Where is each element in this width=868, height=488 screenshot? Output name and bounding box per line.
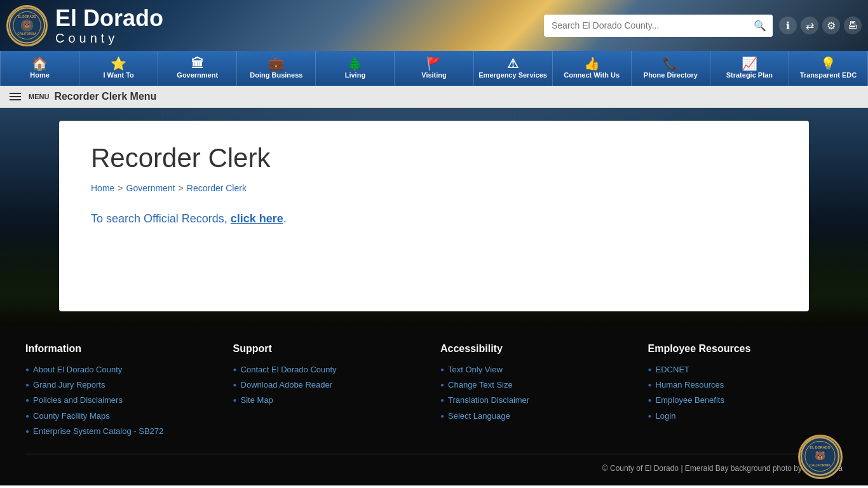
nav-link-transparent-edc[interactable]: 💡 Transparent EDC bbox=[789, 51, 867, 86]
nav-link-emergency-services[interactable]: ⚠ Emergency Services bbox=[474, 51, 552, 86]
nav-label-government: Government bbox=[177, 71, 218, 79]
nav-label-phone-directory: Phone Directory bbox=[644, 71, 698, 79]
footer-link-text-size[interactable]: Change Text Size bbox=[448, 379, 513, 391]
footer-link-adobe-reader[interactable]: Download Adobe Reader bbox=[241, 379, 333, 391]
government-icon: 🏛 bbox=[191, 57, 204, 70]
nav-link-strategic-plan[interactable]: 📈 Strategic Plan bbox=[710, 51, 789, 86]
list-item: Select Language bbox=[440, 410, 635, 422]
nav-link-visiting[interactable]: 🚩 Visiting bbox=[395, 51, 473, 86]
nav-link-doing-business[interactable]: 💼 Doing Business bbox=[237, 51, 315, 86]
content-body: To search Official Records, click here. bbox=[91, 212, 777, 226]
share-icon-btn[interactable]: ⇄ bbox=[801, 17, 818, 34]
nav-item-strategic-plan[interactable]: 📈 Strategic Plan bbox=[710, 51, 789, 86]
nav-link-home[interactable]: 🏠 Home bbox=[1, 51, 79, 86]
footer-link-employee-benefits[interactable]: Employee Benefits bbox=[656, 395, 724, 406]
svg-text:CALIFORNIA: CALIFORNIA bbox=[17, 32, 37, 36]
list-item: Text Only View bbox=[440, 364, 635, 376]
nav-label-transparent-edc: Transparent EDC bbox=[800, 71, 857, 79]
nav-link-i-want-to[interactable]: ⭐ I Want To bbox=[79, 51, 158, 86]
footer-accessibility-title: Accessibility bbox=[440, 343, 635, 355]
nav-item-i-want-to[interactable]: ⭐ I Want To bbox=[79, 51, 158, 86]
footer-support-title: Support bbox=[233, 343, 428, 355]
settings-icon-btn[interactable]: ⚙ bbox=[822, 17, 840, 34]
breadcrumb-home[interactable]: Home bbox=[91, 183, 114, 193]
search-text-prefix: To search Official Records, bbox=[91, 212, 231, 225]
search-records-text: To search Official Records, click here. bbox=[91, 212, 777, 226]
nav-link-phone-directory[interactable]: 📞 Phone Directory bbox=[632, 51, 710, 86]
footer-link-site-map[interactable]: Site Map bbox=[241, 395, 273, 406]
search-text-suffix: . bbox=[283, 212, 287, 225]
nav-item-connect-with-us[interactable]: 👍 Connect With Us bbox=[553, 51, 632, 86]
list-item: Site Map bbox=[233, 395, 428, 406]
footer-information-title: Information bbox=[25, 343, 220, 355]
county-name: El Dorado bbox=[55, 6, 163, 31]
info-icon-btn[interactable]: ℹ bbox=[779, 17, 797, 34]
footer-link-language[interactable]: Select Language bbox=[448, 410, 510, 422]
list-item: Policies and Disclaimers bbox=[25, 395, 220, 406]
menu-title: Recorder Clerk Menu bbox=[54, 91, 156, 102]
phone-icon: 📞 bbox=[663, 57, 679, 70]
logo-area: EL DORADO CALIFORNIA 🐻 El Dorado County bbox=[6, 5, 163, 46]
footer-link-enterprise-catalog[interactable]: Enterprise System Catalog - SB272 bbox=[33, 426, 163, 437]
footer-link-contact[interactable]: Contact El Dorado County bbox=[241, 364, 337, 376]
nav-label-emergency-services: Emergency Services bbox=[478, 71, 547, 79]
nav-link-government[interactable]: 🏛 Government bbox=[158, 51, 236, 86]
nav-link-living[interactable]: 🌲 Living bbox=[316, 51, 394, 86]
footer-grid: Information About El Dorado County Grand… bbox=[25, 343, 843, 441]
nav-item-living[interactable]: 🌲 Living bbox=[316, 51, 395, 86]
search-input[interactable] bbox=[544, 15, 747, 36]
nav-label-visiting: Visiting bbox=[421, 71, 447, 79]
nav-item-emergency-services[interactable]: ⚠ Emergency Services bbox=[474, 51, 553, 86]
breadcrumb-separator-1: > bbox=[118, 183, 123, 193]
nav-label-doing-business: Doing Business bbox=[250, 71, 302, 79]
search-button[interactable]: 🔍 bbox=[747, 15, 773, 37]
svg-text:EL DORADO: EL DORADO bbox=[18, 15, 37, 18]
business-icon: 💼 bbox=[268, 57, 284, 70]
list-item: Human Resources bbox=[648, 379, 843, 391]
nav-item-home[interactable]: 🏠 Home bbox=[0, 51, 79, 86]
footer-link-login[interactable]: Login bbox=[656, 410, 676, 422]
svg-text:EL DORADO: EL DORADO bbox=[810, 446, 830, 450]
nav-item-doing-business[interactable]: 💼 Doing Business bbox=[237, 51, 316, 86]
breadcrumb-government[interactable]: Government bbox=[126, 183, 175, 193]
footer-link-edcnet[interactable]: EDCNET bbox=[656, 364, 689, 376]
nav-label-i-want-to: I Want To bbox=[104, 71, 134, 79]
print-icon-btn[interactable]: 🖶 bbox=[844, 17, 862, 34]
footer-link-human-resources[interactable]: Human Resources bbox=[656, 379, 724, 391]
sub-navigation: MENU Recorder Clerk Menu bbox=[0, 86, 868, 108]
county-sub: County bbox=[55, 31, 163, 45]
click-here-link[interactable]: click here bbox=[231, 212, 283, 225]
footer-section-information: Information About El Dorado County Grand… bbox=[25, 343, 220, 441]
footer-link-facility-maps[interactable]: County Facility Maps bbox=[33, 410, 110, 422]
footer-link-translation[interactable]: Translation Disclaimer bbox=[448, 395, 529, 406]
list-item: Change Text Size bbox=[440, 379, 635, 391]
footer-link-text-only[interactable]: Text Only View bbox=[448, 364, 503, 376]
list-item: Download Adobe Reader bbox=[233, 379, 428, 391]
footer-link-policies[interactable]: Policies and Disclaimers bbox=[33, 395, 123, 406]
nav-label-strategic-plan: Strategic Plan bbox=[726, 71, 773, 79]
list-item: Contact El Dorado County bbox=[233, 364, 428, 376]
nav-item-phone-directory[interactable]: 📞 Phone Directory bbox=[632, 51, 710, 86]
menu-label: MENU bbox=[29, 93, 49, 100]
nav-item-visiting[interactable]: 🚩 Visiting bbox=[395, 51, 473, 86]
nav-label-home: Home bbox=[30, 71, 50, 79]
site-footer: Information About El Dorado County Grand… bbox=[0, 324, 868, 485]
content-card: Recorder Clerk Home > Government > Recor… bbox=[59, 121, 809, 311]
nav-item-transparent-edc[interactable]: 💡 Transparent EDC bbox=[789, 51, 868, 86]
emergency-icon: ⚠ bbox=[507, 57, 519, 70]
connect-icon: 👍 bbox=[584, 57, 600, 70]
footer-link-about[interactable]: About El Dorado County bbox=[33, 364, 122, 376]
site-header: EL DORADO CALIFORNIA 🐻 El Dorado County … bbox=[0, 0, 868, 51]
nav-link-connect-with-us[interactable]: 👍 Connect With Us bbox=[553, 51, 631, 86]
breadcrumb-separator-2: > bbox=[179, 183, 184, 193]
living-icon: 🌲 bbox=[347, 57, 363, 70]
breadcrumb: Home > Government > Recorder Clerk bbox=[91, 183, 777, 193]
nav-item-government[interactable]: 🏛 Government bbox=[158, 51, 237, 86]
list-item: Grand Jury Reports bbox=[25, 379, 220, 391]
hamburger-menu-icon[interactable] bbox=[10, 93, 21, 100]
breadcrumb-recorder-clerk[interactable]: Recorder Clerk bbox=[187, 183, 247, 193]
footer-section-support: Support Contact El Dorado County Downloa… bbox=[233, 343, 428, 441]
footer-county-seal: EL DORADO CALIFORNIA 🐻 bbox=[798, 435, 843, 479]
search-box: 🔍 bbox=[544, 15, 773, 37]
footer-link-grand-jury[interactable]: Grand Jury Reports bbox=[33, 379, 105, 391]
